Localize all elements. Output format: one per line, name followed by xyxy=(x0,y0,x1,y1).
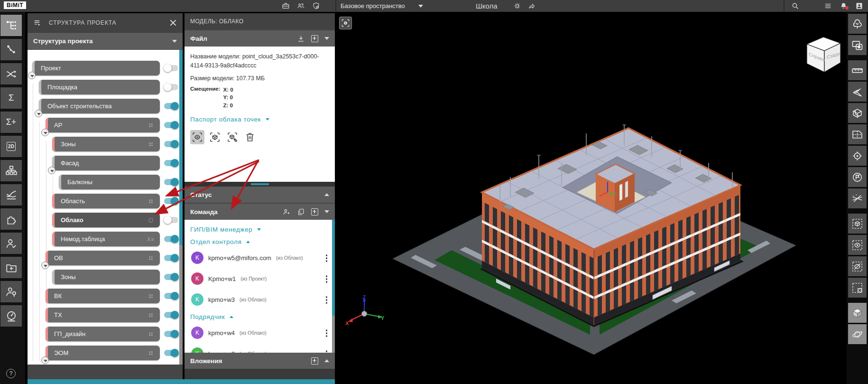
right-tool-shaded-mode[interactable] xyxy=(848,303,867,323)
right-tool-compare-versions[interactable] xyxy=(848,188,867,208)
team-group-header[interactable]: ГИП/BIM менеджер xyxy=(185,223,335,235)
visibility-toggle[interactable] xyxy=(164,179,178,185)
team-member[interactable]: Kkpmo+w3(из Облако) xyxy=(185,289,335,310)
left-tool-transfer-folder[interactable] xyxy=(0,257,22,278)
tree-scrollbar-thumb[interactable] xyxy=(179,50,183,245)
team-group-header[interactable]: Подрядчик xyxy=(185,310,335,322)
tree-row[interactable]: Балконы xyxy=(28,175,183,189)
search-icon[interactable] xyxy=(791,2,799,10)
download-icon[interactable] xyxy=(297,35,305,43)
copy-icon[interactable] xyxy=(297,208,305,216)
workspace-selector[interactable]: Базовое пространство xyxy=(341,0,423,12)
user-badge-icon[interactable] xyxy=(855,2,863,10)
right-tool-locate[interactable] xyxy=(848,146,867,166)
left-tool-connections[interactable] xyxy=(0,63,22,84)
visibility-toggle[interactable] xyxy=(164,217,178,223)
panel-menu-icon[interactable] xyxy=(33,19,42,28)
right-tool-floor-plans[interactable] xyxy=(848,124,867,144)
add-member-icon[interactable] xyxy=(283,208,291,216)
tree-row[interactable]: ВК xyxy=(28,289,183,303)
tree-row[interactable]: ТХ xyxy=(28,308,183,322)
tree-row[interactable]: Фасад xyxy=(28,156,183,170)
left-tool-totals-add[interactable]: Σ+ xyxy=(0,112,22,133)
left-tool-user-location[interactable] xyxy=(0,281,22,302)
expand-toggle[interactable] xyxy=(41,356,49,364)
settings-gear-icon[interactable] xyxy=(513,2,521,10)
team-member[interactable]: Kkpmo+w4(из Облако) xyxy=(185,322,335,343)
right-tool-environment[interactable] xyxy=(848,14,867,34)
visibility-toggle[interactable] xyxy=(164,274,178,280)
shield-check-icon[interactable] xyxy=(312,2,320,10)
right-tool-hide-selection[interactable] xyxy=(848,256,867,276)
visibility-toggle[interactable] xyxy=(164,312,178,318)
right-tool-isolate-selection[interactable] xyxy=(848,214,867,234)
close-icon[interactable] xyxy=(169,19,177,27)
visibility-toggle[interactable] xyxy=(164,103,178,109)
right-tool-screenshot-area[interactable] xyxy=(848,35,867,55)
right-tool-flip-section[interactable] xyxy=(848,82,867,102)
team-member[interactable]: Kkpmo+w2(из Облако) xyxy=(185,343,335,353)
panel-resize-handle[interactable] xyxy=(185,182,335,187)
team-member[interactable]: KKpmo+w1(из Проект) xyxy=(185,268,335,289)
team-member[interactable]: Kkpmo+w5@mifors.com(из Облако) xyxy=(185,247,335,268)
visibility-toggle[interactable] xyxy=(164,141,178,147)
member-menu-icon[interactable] xyxy=(326,275,328,283)
focus-model-button[interactable] xyxy=(208,130,222,144)
building-model[interactable] xyxy=(335,12,847,384)
visibility-toggle[interactable] xyxy=(164,122,178,128)
tree-row[interactable]: Площадка xyxy=(28,80,183,94)
tree-row[interactable]: ГП_дизайн xyxy=(28,327,183,341)
tree-row[interactable]: АР xyxy=(28,118,183,132)
right-tool-orbit-mode[interactable] xyxy=(848,324,867,344)
visibility-toggle[interactable] xyxy=(164,331,178,337)
team-section-header[interactable]: Команда xyxy=(185,204,335,220)
point-cloud-passport-link[interactable]: Паспорт облака точек xyxy=(190,116,329,123)
chevron-up-icon[interactable] xyxy=(324,359,329,362)
visibility-toggle[interactable] xyxy=(164,160,178,166)
left-tool-plugins[interactable] xyxy=(0,208,22,230)
left-tool-geometry-nodes[interactable] xyxy=(0,39,22,60)
right-tool-section-box[interactable] xyxy=(848,103,867,123)
left-tool-approvals[interactable] xyxy=(0,233,22,254)
right-tool-clear-selection[interactable] xyxy=(848,278,867,298)
expand-toggle[interactable] xyxy=(48,167,55,174)
left-tool-project-structure[interactable] xyxy=(0,15,22,36)
briefcase-icon[interactable] xyxy=(282,2,290,10)
team-icon[interactable] xyxy=(297,2,305,10)
chevron-down-icon[interactable] xyxy=(324,210,329,213)
visibility-toggle[interactable] xyxy=(164,255,178,261)
member-menu-icon[interactable] xyxy=(326,296,328,304)
fit-view-button[interactable] xyxy=(190,130,204,144)
notifications-bell-icon[interactable] xyxy=(840,2,848,10)
expand-toggle[interactable] xyxy=(35,110,42,117)
team-scrollbar-thumb[interactable] xyxy=(332,220,335,316)
list-icon[interactable] xyxy=(824,2,832,10)
file-section-header[interactable]: Файл xyxy=(185,30,335,47)
right-tool-measure[interactable] xyxy=(848,60,867,80)
move-model-button[interactable] xyxy=(225,130,240,144)
view-cube[interactable]: Справа Сзади xyxy=(801,32,846,75)
member-menu-icon[interactable] xyxy=(326,329,328,337)
structure-dropdown[interactable]: Структура проекта xyxy=(28,32,183,49)
add-icon[interactable] xyxy=(311,208,318,215)
left-tool-sheets-2d[interactable]: 2D xyxy=(0,136,22,157)
visibility-toggle[interactable] xyxy=(164,84,178,90)
tree-row[interactable]: Зоны xyxy=(28,137,183,151)
left-tool-hierarchy[interactable] xyxy=(0,160,22,181)
team-group-header[interactable]: Отдел контроля xyxy=(185,235,335,247)
visibility-toggle[interactable] xyxy=(164,293,178,299)
status-section-header[interactable]: Статус xyxy=(185,187,335,203)
visibility-toggle[interactable] xyxy=(164,198,178,204)
tree-row[interactable]: ЭОМ xyxy=(28,346,183,360)
tree-row[interactable]: Облако xyxy=(28,213,183,227)
visibility-toggle[interactable] xyxy=(164,350,178,356)
tree-row[interactable]: Проект xyxy=(28,61,183,75)
viewport-3d[interactable]: Справа Сзади Z X Y xyxy=(335,12,847,384)
expand-toggle[interactable] xyxy=(41,262,49,269)
screenshot-camera-button[interactable] xyxy=(339,17,352,29)
expand-toggle[interactable] xyxy=(41,129,49,136)
member-menu-icon[interactable] xyxy=(326,350,328,353)
tree-row[interactable]: ОВ xyxy=(28,251,183,265)
help-button[interactable]: ? xyxy=(6,369,16,378)
chevron-down-icon[interactable] xyxy=(324,37,329,40)
